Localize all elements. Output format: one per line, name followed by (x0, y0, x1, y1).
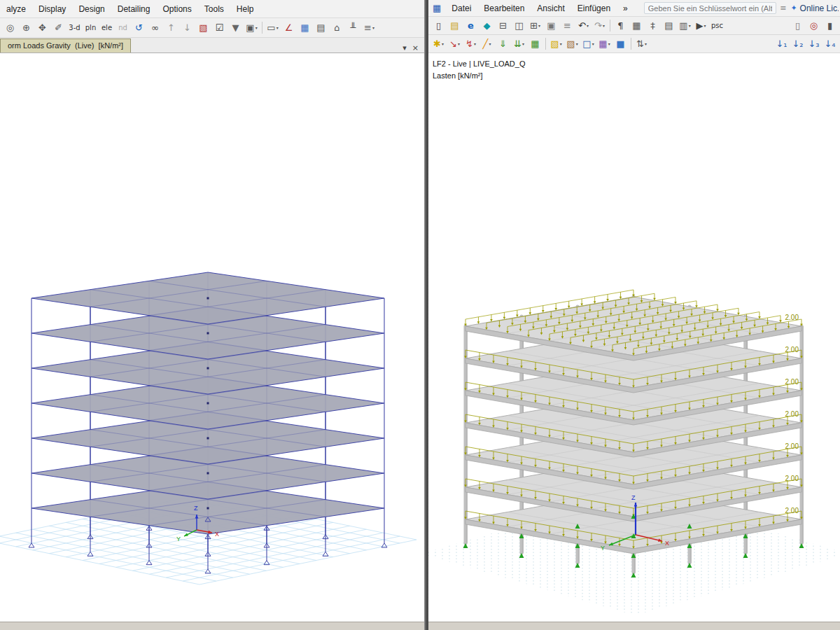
new-node-icon: ▧ (550, 39, 559, 48)
load-mesh-icon: ▦ (531, 39, 539, 48)
model-view-tab[interactable]: orm Loads Gravity (Live) [kN/m²] (0, 38, 131, 52)
menu-item-design[interactable]: Design (72, 0, 111, 18)
panel-icon[interactable]: ▮ (822, 19, 837, 33)
copy-icon[interactable]: ▣ (544, 19, 559, 33)
view-3d-button: 3-d (69, 24, 80, 31)
app-icon[interactable]: ▦ (433, 3, 441, 13)
load-value-label: 2.00 (785, 410, 799, 418)
menu-item-datei[interactable]: Datei (445, 0, 477, 16)
view-3d-button[interactable]: 3-d (67, 21, 82, 35)
keyword-search-input[interactable] (644, 2, 776, 14)
draw-angle-icon[interactable]: ∠ (281, 21, 296, 35)
load-mesh-icon[interactable]: ▦ (528, 37, 542, 51)
menu-item-einfuegen[interactable]: Einfügen (571, 0, 617, 16)
menu-item-ansicht[interactable]: Ansicht (531, 0, 570, 16)
target-icon[interactable]: ◎ (806, 19, 821, 33)
move-down-icon[interactable]: ↓ (180, 21, 195, 35)
zoom-in-icon[interactable]: ⊕ (19, 21, 34, 35)
redo-icon[interactable]: ↷▾ (592, 19, 607, 33)
diagram-icon[interactable]: ▥▾ (678, 19, 692, 33)
printer-icon[interactable]: ⊟ (496, 19, 510, 33)
draw-frame-icon[interactable]: ▭▾ (265, 21, 280, 35)
menu-item-more[interactable]: » (617, 0, 634, 16)
save-icon[interactable]: ◫ (512, 19, 526, 33)
display-options-dropdown-icon: ▼ (232, 23, 239, 32)
print-preview-icon[interactable]: ⊞▾ (528, 19, 542, 33)
new-node-icon[interactable]: ▧▾ (549, 37, 564, 51)
undo-icon[interactable]: ↶▾ (576, 19, 591, 33)
load-case-2-icon[interactable]: ↓₂ (790, 37, 805, 51)
menu-item-analyze[interactable]: alyze (0, 0, 32, 18)
dropdown-caret-icon: ▾ (608, 41, 610, 46)
surface-load-icon[interactable]: ⇓ (496, 37, 510, 51)
export-icon[interactable]: e (463, 19, 478, 33)
menu-item-detailing[interactable]: Detailing (111, 0, 157, 18)
pan-icon[interactable]: ✥ (35, 21, 50, 35)
generated-load-icon[interactable]: ⇊▾ (512, 37, 526, 51)
undo-icon: ↶ (578, 21, 586, 30)
selection-mode-icon[interactable]: ⇅▾ (634, 37, 649, 51)
display-options-dropdown-icon[interactable]: ▼ (228, 21, 243, 35)
nodal-load-icon: ↘ (449, 39, 457, 48)
building-view-icon[interactable]: ⌂ (330, 21, 344, 35)
open-file-icon[interactable]: ▤ (447, 19, 462, 33)
etabs-model-viewport[interactable]: ZXY (0, 53, 424, 622)
move-up-icon[interactable]: ↑ (164, 21, 178, 35)
notes-icon[interactable]: ≡ (560, 19, 575, 33)
shrink-objects-icon[interactable]: ▧ (196, 21, 211, 35)
tab-close-icon[interactable]: × (412, 43, 419, 52)
new-solid-icon[interactable]: ■ (613, 37, 628, 51)
new-member-icon[interactable]: ▧▾ (565, 37, 580, 51)
elevation-view-button: ele (102, 24, 112, 31)
zoom-rubber-band-icon[interactable]: ◎ (3, 21, 18, 35)
tab-list-dropdown-icon[interactable]: ▾ (402, 43, 407, 52)
line-load-icon[interactable]: ╱▾ (479, 37, 494, 51)
load-case-4-icon[interactable]: ↓₄ (822, 37, 837, 51)
zoom-rubber-band-icon: ◎ (6, 23, 14, 32)
axis-label: Z (194, 505, 198, 512)
story-view-icon[interactable]: ▤ (314, 21, 328, 35)
psc-button[interactable]: psc (710, 19, 724, 33)
menu-item-help[interactable]: Help (230, 0, 260, 18)
menu-item-options[interactable]: Options (156, 0, 197, 18)
snap-draw-icon[interactable]: ✐ (51, 21, 66, 35)
toolbar-separator (545, 38, 546, 50)
named-display-button[interactable]: nd (115, 21, 130, 35)
grid-view-icon[interactable]: ▦ (298, 21, 312, 35)
menu-item-bearbeiten[interactable]: Bearbeiten (477, 0, 531, 16)
section-icon[interactable]: ‡ (645, 19, 660, 33)
draw-angle-icon: ∠ (285, 23, 293, 32)
member-load-icon[interactable]: ↯▾ (463, 37, 478, 51)
load-case-1-icon[interactable]: ↓₁ (774, 37, 789, 51)
frame-section-icon[interactable]: ≡▾ (362, 21, 377, 35)
dropdown-caret-icon: ▾ (458, 41, 460, 46)
clipboard-icon[interactable]: ▯ (790, 19, 805, 33)
online-license-button[interactable]: ✦ Online Lic... (786, 4, 839, 13)
extrude-view-icon[interactable]: ▣▾ (244, 21, 259, 35)
new-surface-icon[interactable]: □▾ (581, 37, 596, 51)
printout-report-icon[interactable]: ¶ (613, 19, 628, 33)
rfem-model-viewport[interactable]: LF2 - Live | LIVE_LOAD_Q Lasten [kN/m²] … (428, 53, 840, 622)
new-file-icon[interactable]: ▯ (431, 19, 446, 33)
load-case-2-icon: ↓₂ (792, 39, 803, 48)
plan-view-button[interactable]: pln (83, 21, 98, 35)
nodal-load-icon[interactable]: ↘▾ (447, 37, 462, 51)
load-value-label: 2.00 (785, 475, 799, 482)
object-view-checkbox-icon: ☑ (216, 23, 224, 32)
support-assign-icon[interactable]: ╨ (346, 21, 360, 35)
load-case-3-icon[interactable]: ↓₃ (806, 37, 821, 51)
perspective-toggle-icon[interactable]: ∞ (148, 21, 162, 35)
table-view-icon[interactable]: ▤ (662, 19, 676, 33)
object-view-checkbox-icon[interactable]: ☑ (212, 21, 227, 35)
elevation-view-button[interactable]: ele (99, 21, 114, 35)
undo-icon[interactable]: ↺ (132, 21, 146, 35)
tables-icon[interactable]: ▦ (629, 19, 644, 33)
menu-item-tools[interactable]: Tools (198, 0, 230, 18)
load-value-label: 2.00 (785, 507, 799, 514)
keyword-list-icon[interactable]: ≡ (780, 4, 786, 13)
new-load-case-icon[interactable]: ✱▾ (431, 37, 446, 51)
mesh-settings-icon[interactable]: ▦▾ (597, 37, 612, 51)
webservice-icon[interactable]: ◆ (479, 19, 494, 33)
calculate-icon[interactable]: ▶▾ (694, 19, 708, 33)
menu-item-display[interactable]: Display (32, 0, 72, 18)
